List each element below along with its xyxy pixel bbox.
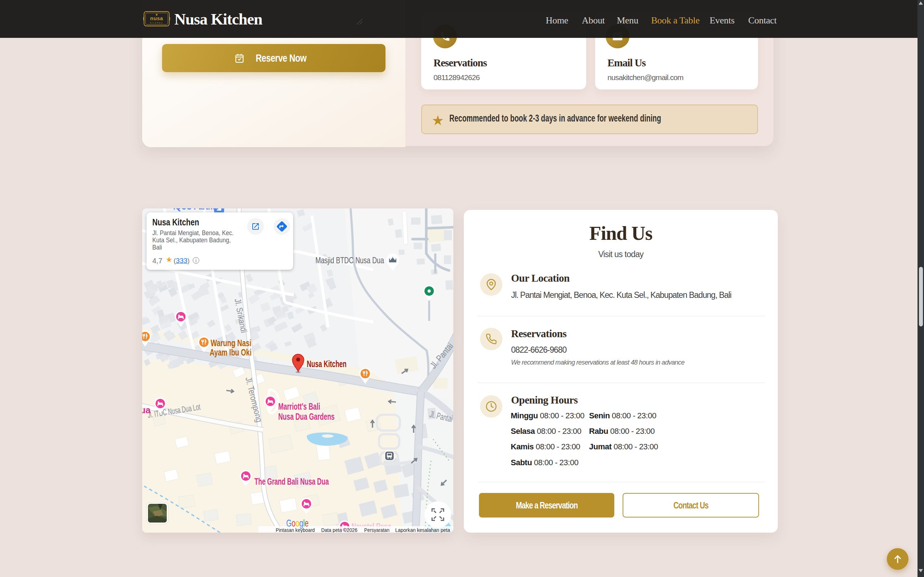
svg-text:Nusa Dua Gardens: Nusa Dua Gardens xyxy=(278,411,334,422)
svg-text:Data peta ©2026: Data peta ©2026 xyxy=(321,527,357,533)
svg-text:Nusa Kitchen: Nusa Kitchen xyxy=(307,358,347,369)
svg-text:kitchen: kitchen xyxy=(150,22,163,24)
svg-text:Warung Nasi: Warung Nasi xyxy=(211,338,252,348)
svg-text:Pintasan keyboard: Pintasan keyboard xyxy=(276,527,315,533)
svg-text:The Grand Bali Nusa Dua: The Grand Bali Nusa Dua xyxy=(254,476,329,487)
svg-text:Marriott's Bali: Marriott's Bali xyxy=(278,401,320,412)
svg-text:ua: ua xyxy=(142,405,151,415)
svg-text:nusa: nusa xyxy=(150,16,163,21)
svg-text:Ayam Ibu Oki: Ayam Ibu Oki xyxy=(210,347,252,357)
svg-text:IQOS Partner: IQOS Partner xyxy=(173,208,220,211)
svg-text:Laporkan kesalahan peta: Laporkan kesalahan peta xyxy=(395,527,451,533)
svg-text:Persyaratan: Persyaratan xyxy=(364,527,389,533)
svg-text:Masjid BTDC Nusa Dua: Masjid BTDC Nusa Dua xyxy=(315,255,384,265)
